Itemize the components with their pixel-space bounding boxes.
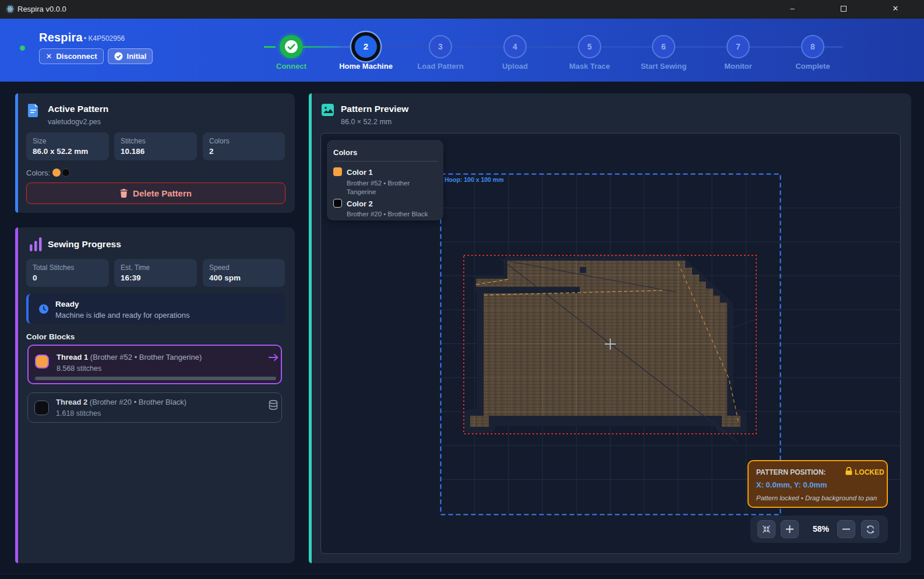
svg-text:Hoop: 100 x 100 mm: Hoop: 100 x 100 mm: [445, 176, 504, 183]
